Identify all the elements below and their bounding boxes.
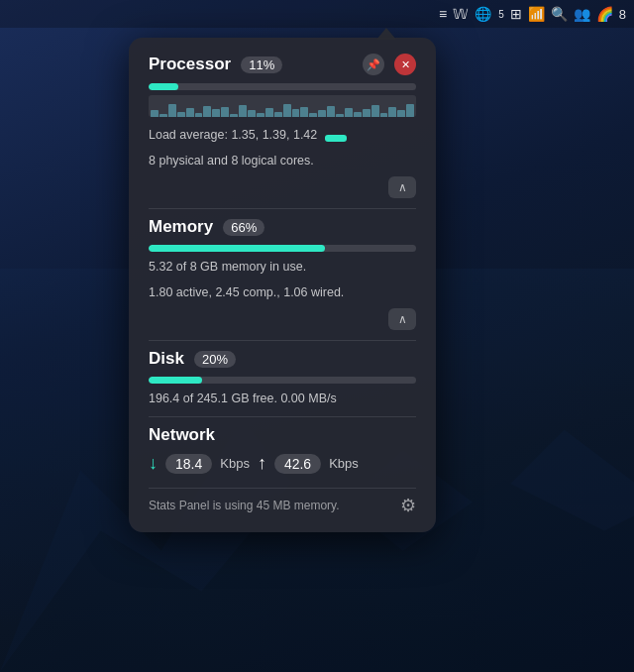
processor-load-row: Load average: 1.35, 1.39, 1.42 bbox=[149, 125, 416, 151]
memory-collapse-icon: ∧ bbox=[398, 312, 407, 326]
stats-panel: Processor 11% 📌 ✕ bbox=[129, 38, 436, 532]
close-button[interactable]: ✕ bbox=[394, 54, 416, 75]
menubar-icon-people[interactable]: 👥 bbox=[574, 6, 590, 22]
memory-collapse-button[interactable]: ∧ bbox=[388, 308, 416, 330]
download-value: 18.4 bbox=[165, 454, 212, 474]
memory-section: Memory 66% 5.32 of 8 GB memory in use. 1… bbox=[149, 217, 416, 330]
upload-unit: Kbps bbox=[329, 456, 359, 471]
processor-cores-label: 8 physical and 8 logical cores. bbox=[149, 151, 416, 170]
processor-bar-bg bbox=[149, 83, 416, 90]
menubar-icon-globe[interactable]: 🌐 bbox=[475, 6, 491, 22]
menubar-badge-5: 5 bbox=[498, 9, 504, 20]
disk-bar-fill bbox=[149, 377, 202, 384]
memory-detail-label: 1.80 active, 2.45 comp., 1.06 wired. bbox=[149, 282, 416, 302]
memory-badge: 66% bbox=[223, 219, 264, 236]
network-row: ↓ 18.4 Kbps ↑ 42.6 Kbps bbox=[149, 453, 416, 474]
menubar-clock: 8 bbox=[619, 7, 626, 22]
network-title: Network bbox=[149, 425, 215, 445]
popup-arrow bbox=[376, 28, 396, 40]
processor-bar-fill bbox=[149, 83, 178, 90]
menubar-icon-siri[interactable]: 🌈 bbox=[596, 6, 613, 22]
upload-arrow-icon: ↑ bbox=[258, 453, 266, 474]
processor-collapse-button[interactable]: ∧ bbox=[388, 176, 416, 198]
menubar-icon-grid[interactable]: ⊞ bbox=[510, 6, 522, 22]
menubar: ≡ 𝕎 🌐 5 ⊞ 📶 🔍 👥 🌈 8 bbox=[0, 0, 634, 28]
processor-section: Processor 11% 📌 ✕ bbox=[149, 54, 416, 198]
processor-waveform bbox=[149, 95, 416, 117]
memory-bar-fill bbox=[149, 245, 325, 252]
processor-collapse-icon: ∧ bbox=[398, 180, 407, 194]
disk-badge: 20% bbox=[194, 351, 236, 368]
processor-title: Processor bbox=[149, 55, 231, 74]
divider-2 bbox=[149, 340, 416, 341]
menubar-icon-menu[interactable]: ≡ bbox=[439, 6, 447, 22]
divider-1 bbox=[149, 208, 416, 209]
menubar-icon-w[interactable]: 𝕎 bbox=[453, 6, 469, 22]
disk-section: Disk 20% 196.4 of 245.1 GB free. 0.00 MB… bbox=[149, 349, 416, 408]
pin-button[interactable]: 📌 bbox=[363, 54, 384, 75]
footer-text: Stats Panel is using 45 MB memory. bbox=[149, 499, 340, 512]
memory-bar-bg bbox=[149, 245, 416, 252]
divider-3 bbox=[149, 416, 416, 417]
upload-value: 42.6 bbox=[274, 454, 321, 474]
disk-title: Disk bbox=[149, 349, 184, 369]
processor-load-label: Load average: 1.35, 1.39, 1.42 bbox=[149, 125, 317, 145]
processor-badge: 11% bbox=[241, 56, 282, 73]
panel-footer: Stats Panel is using 45 MB memory. ⚙ bbox=[149, 488, 416, 516]
menubar-icon-search[interactable]: 🔍 bbox=[551, 6, 568, 22]
disk-usage-label: 196.4 of 245.1 GB free. 0.00 MB/s bbox=[149, 389, 416, 408]
memory-usage-label: 5.32 of 8 GB memory in use. bbox=[149, 257, 416, 277]
settings-gear-icon[interactable]: ⚙ bbox=[400, 495, 416, 516]
download-unit: Kbps bbox=[220, 456, 250, 471]
processor-load-dot bbox=[325, 135, 347, 142]
menubar-icon-wifi[interactable]: 📶 bbox=[528, 6, 545, 22]
download-arrow-icon: ↓ bbox=[149, 453, 158, 474]
memory-title: Memory bbox=[149, 217, 213, 237]
disk-bar-bg bbox=[149, 377, 416, 384]
network-section: Network ↓ 18.4 Kbps ↑ 42.6 Kbps bbox=[149, 425, 416, 474]
